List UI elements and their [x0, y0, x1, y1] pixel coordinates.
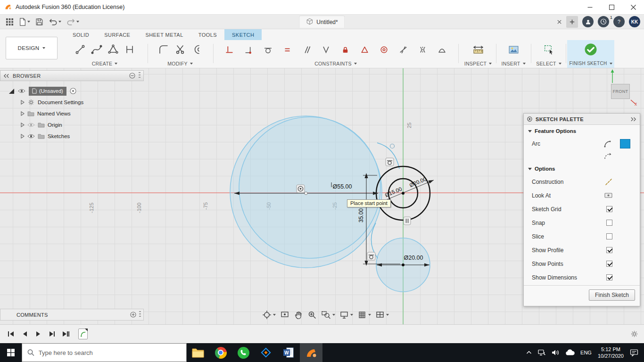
- timeline-go-to-end-button[interactable]: [60, 329, 71, 339]
- create-menu[interactable]: CREATE: [92, 59, 118, 68]
- model-canvas[interactable]: -125 -100 -75 -50 -25 25: [0, 68, 644, 324]
- snap-checkbox[interactable]: [606, 220, 612, 226]
- close-tab-icon[interactable]: [557, 19, 562, 25]
- comments-drag-handle[interactable]: [139, 311, 141, 318]
- browser-item-document-settings[interactable]: Document Settings: [0, 97, 144, 108]
- insert-image-icon[interactable]: [505, 40, 522, 59]
- maximize-button[interactable]: [601, 0, 622, 14]
- window-zoom-button[interactable]: [319, 309, 337, 321]
- constraint-vertical-badge[interactable]: [404, 217, 411, 225]
- visibility-eye-off-icon[interactable]: [27, 122, 35, 128]
- browser-item-sketches[interactable]: Sketches: [0, 131, 144, 142]
- constraint-tangent-badge-2[interactable]: [367, 252, 375, 260]
- job-status-button[interactable]: [582, 16, 594, 27]
- inspect-menu[interactable]: INSPECT: [464, 59, 492, 68]
- feature-options-section[interactable]: Feature Options: [524, 125, 640, 137]
- insert-menu[interactable]: INSERT: [501, 59, 525, 68]
- constraint-concentric-icon[interactable]: [374, 41, 394, 58]
- browser-drag-handle[interactable]: [139, 72, 140, 79]
- volume-icon[interactable]: [549, 343, 562, 362]
- constraints-menu[interactable]: CONSTRAINTS: [314, 59, 357, 68]
- taskbar-search[interactable]: [22, 343, 187, 362]
- app-grid-menu-icon[interactable]: [4, 16, 16, 28]
- notification-center-button[interactable]: 1: [598, 16, 609, 27]
- sketch-palette-header[interactable]: SKETCH PALETTE: [524, 114, 640, 125]
- constraint-collinear-icon[interactable]: [394, 41, 413, 58]
- constraint-equal-icon[interactable]: [278, 41, 297, 58]
- expand-comments-icon[interactable]: [130, 312, 136, 318]
- view-cube-front-face[interactable]: FRONT: [611, 84, 630, 99]
- finish-sketch-icon[interactable]: [583, 40, 599, 59]
- root-document-chip[interactable]: (Unsaved): [29, 87, 66, 96]
- fillet-tool-icon[interactable]: [156, 40, 172, 59]
- tab-tools[interactable]: TOOLS: [191, 29, 224, 40]
- arc-color-swatch[interactable]: [620, 139, 630, 148]
- whatsapp-icon[interactable]: [232, 343, 255, 362]
- redo-button[interactable]: [65, 16, 81, 28]
- finish-sketch-button[interactable]: FINISH SKETCH: [569, 59, 612, 68]
- timeline-step-forward-button[interactable]: [47, 329, 57, 339]
- sketch-point-large-circle[interactable]: [305, 192, 307, 195]
- comments-bar[interactable]: COMMENTS: [0, 309, 144, 321]
- language-indicator[interactable]: ENG: [578, 343, 594, 362]
- minimize-button[interactable]: [579, 0, 601, 14]
- finish-sketch-palette-button[interactable]: Finish Sketch: [589, 289, 635, 301]
- visibility-eye-icon[interactable]: [27, 133, 35, 139]
- document-tab[interactable]: Untitled*: [299, 16, 345, 28]
- look-at-button[interactable]: [278, 309, 291, 321]
- dashed-arc-icon[interactable]: [604, 153, 612, 160]
- expand-caret-icon[interactable]: [21, 134, 25, 139]
- new-tab-button[interactable]: [566, 16, 578, 28]
- fusion-360-taskbar-icon[interactable]: [300, 343, 322, 362]
- trim-tool-icon[interactable]: [172, 40, 189, 59]
- diamond-app-icon[interactable]: [255, 343, 277, 362]
- arc-type-icon[interactable]: [604, 140, 612, 148]
- show-dimensions-checkbox[interactable]: [606, 274, 612, 280]
- browser-collapse-all-icon[interactable]: [129, 73, 135, 79]
- modify-menu[interactable]: MODIFY: [167, 59, 193, 68]
- collapse-palette-icon[interactable]: [630, 117, 636, 122]
- spline-tool-icon[interactable]: [88, 40, 105, 59]
- help-button[interactable]: ?: [613, 16, 625, 27]
- view-cube[interactable]: FRONT x: [607, 68, 644, 109]
- slot-tool-icon[interactable]: [121, 40, 138, 59]
- slice-checkbox[interactable]: [606, 233, 612, 239]
- browser-item-named-views[interactable]: Named Views: [0, 108, 144, 119]
- select-menu[interactable]: SELECT: [536, 59, 561, 68]
- sketch-point-bottom-circle[interactable]: [402, 263, 405, 266]
- expand-caret-icon[interactable]: [21, 111, 25, 116]
- word-icon[interactable]: W: [277, 343, 300, 362]
- constraint-tangent-badge[interactable]: [386, 158, 394, 166]
- constraint-tangent-icon[interactable]: [258, 41, 278, 58]
- sketch-point-origin-circle[interactable]: [402, 192, 405, 195]
- pan-button[interactable]: [292, 309, 305, 321]
- tab-sheet-metal[interactable]: SHEET METAL: [138, 29, 190, 40]
- display-settings-button[interactable]: [338, 309, 355, 321]
- timeline-settings-button[interactable]: [630, 330, 638, 338]
- show-profile-checkbox[interactable]: [606, 247, 612, 253]
- zoom-button[interactable]: [305, 309, 319, 321]
- constraint-curvature-icon[interactable]: [432, 41, 452, 58]
- look-at-icon[interactable]: [604, 192, 612, 199]
- constraint-parallel-icon[interactable]: [297, 41, 316, 58]
- offset-tool-icon[interactable]: [189, 40, 205, 59]
- browser-header[interactable]: BROWSER: [0, 70, 144, 81]
- show-points-checkbox[interactable]: [606, 261, 612, 267]
- viewports-button[interactable]: [373, 309, 391, 321]
- file-explorer-icon[interactable]: [187, 343, 209, 362]
- tab-surface[interactable]: SURFACE: [97, 29, 138, 40]
- onedrive-cloud-icon[interactable]: [562, 343, 578, 362]
- constraint-perpendicular-icon[interactable]: [316, 41, 336, 58]
- expand-caret-icon[interactable]: [21, 123, 25, 127]
- constraint-midpoint-icon[interactable]: [355, 41, 374, 58]
- constraint-concentric-badge[interactable]: [297, 185, 305, 193]
- activate-component-radio[interactable]: [70, 88, 76, 94]
- constraint-coincident-icon[interactable]: [239, 41, 258, 58]
- measure-tool-icon[interactable]: [470, 40, 487, 59]
- arc-endpoint-handle[interactable]: [390, 144, 395, 148]
- sketch-grid-checkbox[interactable]: [606, 206, 612, 212]
- search-input[interactable]: [39, 349, 181, 356]
- browser-root-item[interactable]: (Unsaved): [0, 85, 144, 97]
- save-button[interactable]: [33, 16, 45, 28]
- chrome-icon[interactable]: [209, 343, 232, 362]
